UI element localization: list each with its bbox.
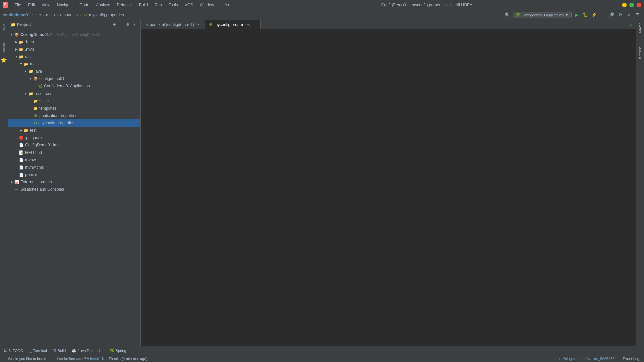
collapse-all-button[interactable]: − [118, 22, 124, 28]
menu-help[interactable]: Help [218, 2, 232, 8]
tree-item-static[interactable]: 📂 static [8, 97, 140, 105]
bottom-tab-build[interactable]: ⚒ Build [50, 348, 68, 353]
tree-label-java: java [35, 69, 42, 74]
tree-arrow-test: ▶ [19, 128, 23, 133]
panel-settings-button[interactable]: ⚙ [125, 22, 131, 28]
tree-item-java[interactable]: ▼ 📁 java [8, 68, 140, 75]
menu-edit[interactable]: Edit [25, 2, 38, 8]
menu-code[interactable]: Code [77, 2, 92, 8]
menu-analyze[interactable]: Analyze [93, 2, 113, 8]
tree-item-myconfig-props[interactable]: ⚙ myconfig.properties [8, 119, 140, 127]
menu-build[interactable]: Build [136, 2, 151, 8]
tab-myconfig-close[interactable]: × [252, 22, 256, 27]
breadcrumb-src[interactable]: src [35, 13, 41, 17]
tree-item-templates[interactable]: 📂 templates [8, 105, 140, 112]
breadcrumb-project[interactable]: configdemo01 [3, 13, 30, 17]
bottom-tab-javaenterprise[interactable]: ☕ Java Enterprise [69, 348, 106, 353]
close-button[interactable] [637, 3, 641, 7]
mvnwcmd-icon: 📄 [19, 165, 24, 170]
locate-file-button[interactable]: ⊕ [111, 22, 117, 28]
tree-arrow-pkg: ▼ [28, 76, 33, 81]
tree-arrow-configdemo01: ▼ [9, 32, 14, 37]
tab-myconfig[interactable]: ⚙ myconfig.properties × [205, 20, 261, 29]
search-everywhere[interactable]: 🔎 [608, 11, 615, 19]
menu-vcs[interactable]: VCS [182, 2, 196, 8]
myconfig-props-icon: ⚙ [33, 120, 38, 126]
right-panel-database[interactable]: Database [638, 45, 643, 62]
menu-run[interactable]: Run [152, 2, 165, 8]
todo-label: 6: TODO [9, 349, 23, 353]
project-tool-button[interactable]: Project [2, 21, 6, 34]
layout-button[interactable]: ☰ [634, 11, 641, 19]
tree-item-app-class[interactable]: 🌿 Configdemo01Application [8, 82, 140, 90]
minimize-button[interactable] [622, 3, 627, 7]
menu-file[interactable]: File [12, 2, 24, 8]
expand-button[interactable]: ⤢ [625, 11, 633, 19]
run-config-selector[interactable]: 🌿 Configdemo01Application ▼ [513, 12, 572, 18]
tree-item-test[interactable]: ▶ 📂 test [8, 127, 140, 134]
tree-item-configdemo01-pkg[interactable]: ▼ 📦 configdemo01 [8, 75, 140, 82]
tab-pomxml[interactable]: m pom.xml (configdemo01) × [141, 20, 205, 29]
more-run-options[interactable]: ⋮ [599, 11, 606, 19]
close-panel-button[interactable]: × [131, 22, 138, 28]
maximize-button[interactable] [629, 3, 634, 7]
right-panel-maven[interactable]: Maven [638, 21, 643, 34]
tab-bar: m pom.xml (configdemo01) × ⚙ myconfig.pr… [141, 20, 636, 29]
tree-item-idea[interactable]: ▶ 📂 .idea [8, 38, 140, 46]
notification-text: Would you like to install a shell script… [8, 357, 89, 361]
tree-arrow-myconfig [28, 121, 33, 125]
tree-item-mvnw[interactable]: 📄 mvnw [8, 156, 140, 164]
tree-item-main[interactable]: ▼ 📂 main [8, 60, 140, 68]
structure-tool-button[interactable]: Structure [2, 41, 6, 56]
project-panel-icon: 📁 [11, 22, 16, 27]
debug-button[interactable]: 🐛 [582, 11, 589, 19]
tree-item-pomxml[interactable]: 📄 pom.xml [8, 171, 140, 178]
tree-item-scratches[interactable]: ✏ Scratches and Consoles [8, 186, 140, 193]
checkmark-icon: ✓ [629, 21, 633, 28]
menu-tools[interactable]: Tools [166, 2, 181, 8]
breadcrumb-file[interactable]: myconfig.properties [89, 13, 124, 17]
tree-item-resources[interactable]: ▼ 📁 resources [8, 90, 140, 97]
tree-item-helpmd[interactable]: 📝 HELP.md [8, 149, 140, 156]
notification-icon: □ [5, 357, 7, 361]
spring-icon: 🌿 [110, 348, 114, 353]
bottom-tab-spring[interactable]: 🌿 Spring [107, 348, 129, 353]
tree-arrow-pomxml [14, 172, 19, 177]
tree-item-gitignore[interactable]: 🔴 .gitignore [8, 134, 140, 141]
tree-arrow-src: ▼ [14, 54, 19, 59]
tree-label-resources: resources [35, 91, 52, 96]
breadcrumb-resources[interactable]: resources [60, 13, 78, 17]
mvn-folder-icon: 📂 [19, 47, 24, 52]
tree-item-extlibs[interactable]: ▶ 📊 External Libraries [8, 178, 140, 186]
editor-content[interactable] [141, 29, 636, 346]
analyze-icon[interactable]: 🔍 [504, 11, 511, 19]
bottom-tab-terminal[interactable]: _ Terminal [27, 348, 50, 353]
menu-navigate[interactable]: Navigate [54, 2, 75, 8]
tree-item-mvn[interactable]: ▶ 📂 .mvn [8, 46, 140, 53]
bottom-tab-todo[interactable]: ☑ 6: TODO [1, 348, 26, 353]
no-thanks-text[interactable]: No, Thanks (4 minutes ago) [102, 357, 148, 361]
nav-bar: configdemo01 › src › main › resources › … [0, 10, 644, 20]
tree-label-scratches: Scratches and Consoles [20, 187, 64, 192]
settings-button[interactable]: ⚙ [616, 11, 624, 19]
breadcrumb-main[interactable]: main [46, 13, 55, 17]
run-button[interactable]: ▶ [573, 11, 580, 19]
tree-item-src[interactable]: ▼ 📂 src [8, 53, 140, 60]
tree-item-configdemo01[interactable]: ▼ 📦 ConfigDemo01 D:\IdeaProjects\ConfigD… [8, 31, 140, 38]
menu-refactor[interactable]: Refactor [114, 2, 135, 8]
tree-item-application-props[interactable]: ⚙ application.properties [8, 112, 140, 119]
tab-pomxml-close[interactable]: × [196, 22, 201, 27]
nav-sep1: › [32, 13, 33, 17]
event-log-label[interactable]: Event Log [621, 357, 641, 361]
menu-window[interactable]: Window [197, 2, 217, 8]
editor-area: m pom.xml (configdemo01) × ⚙ myconfig.pr… [141, 20, 636, 346]
favorites-tool-button[interactable]: ⭐ [1, 57, 7, 63]
tree-item-iml[interactable]: 📄 ConfigDemo01.iml [8, 141, 140, 149]
menu-view[interactable]: View [39, 2, 53, 8]
tree-item-mvnwcmd[interactable]: 📄 mvnw.cmd [8, 164, 140, 171]
install-link[interactable]: Install [90, 357, 100, 361]
coverage-button[interactable]: ⚡ [590, 11, 598, 19]
terminal-label: Terminal [33, 349, 47, 353]
status-url-link[interactable]: https://blog.csdn.net/weixm_50659534 [554, 357, 617, 361]
app-icon: P [3, 2, 8, 8]
